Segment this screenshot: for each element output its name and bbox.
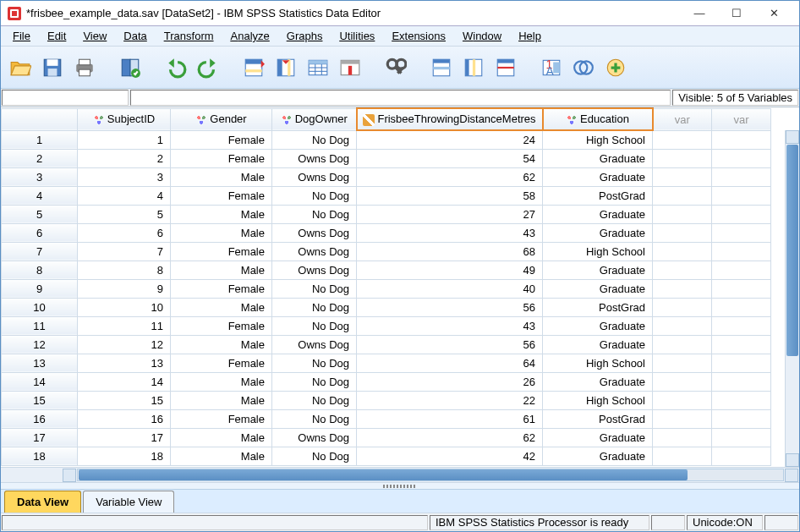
cell-frisbee[interactable]: 62 bbox=[357, 167, 543, 186]
empty-cell[interactable] bbox=[653, 409, 712, 428]
empty-cell[interactable] bbox=[653, 391, 712, 409]
menu-help[interactable]: Help bbox=[512, 28, 548, 44]
cell-subjectid[interactable]: 14 bbox=[78, 372, 171, 391]
menu-graphs[interactable]: Graphs bbox=[280, 28, 330, 44]
cell-education[interactable]: Graduate bbox=[543, 447, 653, 465]
empty-cell[interactable] bbox=[712, 167, 771, 186]
empty-cell[interactable] bbox=[653, 279, 712, 298]
cell-gender[interactable]: Male bbox=[171, 372, 272, 391]
cell-dogowner[interactable]: No Dog bbox=[272, 391, 357, 409]
empty-cell[interactable] bbox=[653, 447, 712, 465]
row-header[interactable]: 4 bbox=[2, 186, 78, 205]
cell-subjectid[interactable]: 2 bbox=[78, 149, 171, 167]
cell-dogowner[interactable]: No Dog bbox=[272, 316, 357, 335]
cell-gender[interactable]: Male bbox=[171, 428, 272, 447]
cell-education[interactable]: PostGrad bbox=[543, 186, 653, 205]
cell-gender[interactable]: Female bbox=[171, 316, 272, 335]
cell-education[interactable]: Graduate bbox=[543, 279, 653, 298]
cell-frisbee[interactable]: 62 bbox=[357, 428, 543, 447]
empty-column[interactable]: var bbox=[653, 108, 712, 130]
cell-subjectid[interactable]: 5 bbox=[78, 205, 171, 223]
cell-gender[interactable]: Male bbox=[171, 167, 272, 186]
minimize-button[interactable]: — bbox=[681, 2, 718, 25]
cell-education[interactable]: Graduate bbox=[543, 205, 653, 223]
column-header-frisbeethrowingdistancemetres[interactable]: FrisbeeThrowingDistanceMetres bbox=[357, 108, 543, 130]
cell-dogowner[interactable]: Owns Dog bbox=[272, 428, 357, 447]
row-header[interactable]: 10 bbox=[2, 298, 78, 316]
empty-cell[interactable] bbox=[712, 428, 771, 447]
cell-frisbee[interactable]: 54 bbox=[357, 149, 543, 167]
cell-subjectid[interactable]: 15 bbox=[78, 391, 171, 409]
row-header[interactable]: 18 bbox=[2, 447, 78, 465]
cell-dogowner[interactable]: No Dog bbox=[272, 298, 357, 316]
row-header[interactable]: 12 bbox=[2, 335, 78, 354]
row-header[interactable]: 2 bbox=[2, 149, 78, 167]
empty-cell[interactable] bbox=[712, 130, 771, 149]
menu-extensions[interactable]: Extensions bbox=[385, 28, 452, 44]
row-header[interactable]: 16 bbox=[2, 409, 78, 428]
cell-dogowner[interactable]: No Dog bbox=[272, 130, 357, 149]
menu-file[interactable]: File bbox=[6, 28, 37, 44]
cell-gender[interactable]: Female bbox=[171, 130, 272, 149]
cell-frisbee[interactable]: 56 bbox=[357, 298, 543, 316]
row-header[interactable]: 8 bbox=[2, 261, 78, 279]
empty-cell[interactable] bbox=[712, 149, 771, 167]
cell-education[interactable]: Graduate bbox=[543, 167, 653, 186]
cell-gender[interactable]: Male bbox=[171, 261, 272, 279]
row-header[interactable]: 1 bbox=[2, 130, 78, 149]
row-header[interactable]: 15 bbox=[2, 391, 78, 409]
cell-gender[interactable]: Female bbox=[171, 149, 272, 167]
empty-cell[interactable] bbox=[712, 261, 771, 279]
row-header[interactable]: 6 bbox=[2, 223, 78, 242]
cell-education[interactable]: Graduate bbox=[543, 261, 653, 279]
cell-dogowner[interactable]: Owns Dog bbox=[272, 335, 357, 354]
run-descriptives-button[interactable] bbox=[336, 53, 364, 82]
empty-cell[interactable] bbox=[712, 186, 771, 205]
cell-dogowner[interactable]: No Dog bbox=[272, 279, 357, 298]
row-header[interactable]: 14 bbox=[2, 372, 78, 391]
cell-subjectid[interactable]: 6 bbox=[78, 223, 171, 242]
cell-subjectid[interactable]: 1 bbox=[78, 130, 171, 149]
row-header[interactable]: 9 bbox=[2, 279, 78, 298]
menu-utilities[interactable]: Utilities bbox=[332, 28, 381, 44]
cell-frisbee[interactable]: 24 bbox=[357, 130, 543, 149]
cell-dogowner[interactable]: Owns Dog bbox=[272, 223, 357, 242]
menu-analyze[interactable]: Analyze bbox=[224, 28, 277, 44]
empty-cell[interactable] bbox=[712, 316, 771, 335]
cell-gender[interactable]: Male bbox=[171, 298, 272, 316]
goto-case-button[interactable] bbox=[239, 53, 268, 82]
cell-education[interactable]: Graduate bbox=[543, 335, 653, 354]
cell-education[interactable]: High School bbox=[543, 391, 653, 409]
row-header[interactable]: 17 bbox=[2, 428, 78, 447]
cell-frisbee[interactable]: 49 bbox=[357, 261, 543, 279]
cell-frisbee[interactable]: 43 bbox=[357, 223, 543, 242]
cell-dogowner[interactable]: Owns Dog bbox=[272, 261, 357, 279]
maximize-button[interactable]: ☐ bbox=[718, 2, 755, 25]
cell-education[interactable]: PostGrad bbox=[543, 298, 653, 316]
empty-cell[interactable] bbox=[712, 335, 771, 354]
empty-column[interactable]: var bbox=[712, 108, 771, 130]
cell-dogowner[interactable]: Owns Dog bbox=[272, 242, 357, 261]
cell-value-box[interactable] bbox=[130, 90, 671, 106]
cell-subjectid[interactable]: 16 bbox=[78, 409, 171, 428]
cell-frisbee[interactable]: 43 bbox=[357, 316, 543, 335]
cell-frisbee[interactable]: 26 bbox=[357, 372, 543, 391]
recall-dialog-button[interactable] bbox=[116, 53, 145, 82]
cell-gender[interactable]: Female bbox=[171, 409, 272, 428]
empty-cell[interactable] bbox=[653, 372, 712, 391]
cell-dogowner[interactable]: No Dog bbox=[272, 409, 357, 428]
goto-variable-button[interactable] bbox=[271, 53, 300, 82]
cell-frisbee[interactable]: 68 bbox=[357, 242, 543, 261]
cell-dogowner[interactable]: No Dog bbox=[272, 354, 357, 372]
cell-subjectid[interactable]: 11 bbox=[78, 316, 171, 335]
cell-subjectid[interactable]: 17 bbox=[78, 428, 171, 447]
cell-subjectid[interactable]: 10 bbox=[78, 298, 171, 316]
cell-gender[interactable]: Male bbox=[171, 205, 272, 223]
empty-cell[interactable] bbox=[712, 409, 771, 428]
cell-education[interactable]: Graduate bbox=[543, 316, 653, 335]
cell-education[interactable]: High School bbox=[543, 130, 653, 149]
cell-gender[interactable]: Female bbox=[171, 354, 272, 372]
empty-cell[interactable] bbox=[712, 242, 771, 261]
cell-frisbee[interactable]: 42 bbox=[357, 447, 543, 465]
save-button[interactable] bbox=[38, 53, 67, 82]
